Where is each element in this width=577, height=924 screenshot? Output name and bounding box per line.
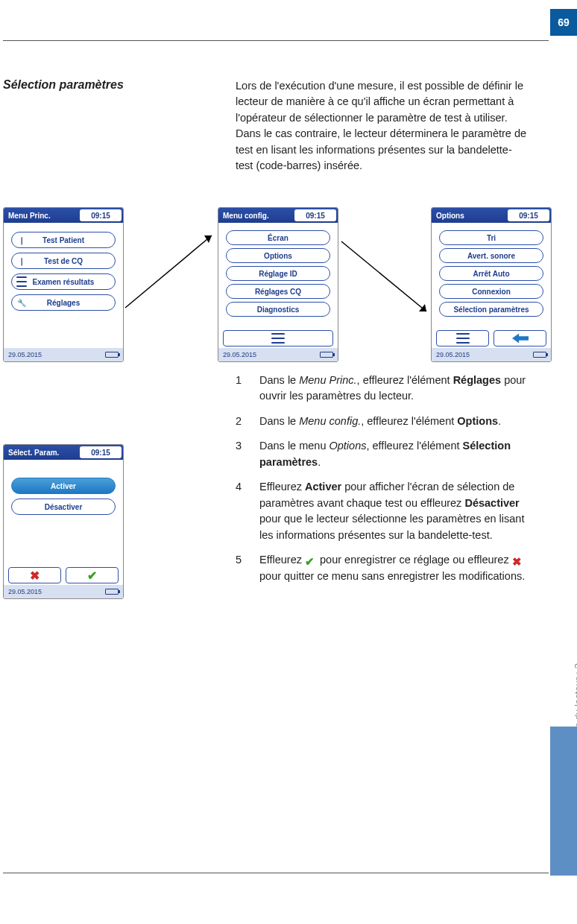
menu-item-avert-sonore[interactable]: Avert. sonore [439,248,543,263]
option-label: Désactiver [45,503,83,511]
menu-item-selection-parametres[interactable]: Sélection paramètres [439,302,543,317]
screen-header: Menu config. 09:15 [218,208,338,223]
step-2: 2 Dans le Menu config., effleurez l'élém… [236,414,528,429]
top-divider [3,40,549,41]
arrow-main-to-config [124,230,218,311]
menu-item-label: Tri [487,234,496,242]
screen-time: 09:15 [508,209,549,221]
strip-icon: ❘ [16,256,27,266]
step-text: Dans le Menu Princ., effleurez l'élément… [259,373,528,405]
cancel-button[interactable]: ✖ [8,567,61,583]
screen-title: Sélect. Param. [4,449,59,457]
screen-options-menu: Options 09:15 Tri Avert. sonore Arrêt Au… [431,207,552,362]
page-number-tab: 69 [550,9,577,36]
page-number: 69 [558,16,570,28]
menu-item-label: Connexion [472,288,511,296]
menu-item-arret-auto[interactable]: Arrêt Auto [439,266,543,281]
menu-item-label: Réglage ID [259,270,297,278]
screen-time: 09:15 [294,209,336,221]
arrow-config-to-options [338,237,432,319]
step-number: 5 [236,552,259,584]
screen-title: Menu Princ. [4,212,51,220]
list-icon [271,333,285,344]
screenshots-row: Menu Princ. 09:15 ❘Test Patient ❘Test de… [3,207,549,371]
menu-item-label: Sélection paramètres [453,306,529,314]
screen-date: 29.05.2015 [8,588,42,595]
menu-item-label: Réglages CQ [255,288,301,296]
menu-item-label: Réglages [47,299,80,307]
screen-header: Menu Princ. 09:15 [4,208,123,223]
section-title: Sélection paramètres [3,78,124,92]
list-view-button[interactable] [223,330,333,346]
screen-header: Sélect. Param. 09:15 [4,445,123,460]
menu-item-label: Écran [268,234,288,242]
step-1: 1 Dans le Menu Princ., effleurez l'éléme… [236,373,528,405]
screen-header: Options 09:15 [432,208,551,223]
wrench-icon: 🔧 [16,297,27,308]
back-arrow-icon [512,333,529,344]
svg-marker-4 [512,334,529,344]
screen-config-menu: Menu config. 09:15 Écran Options Réglage… [218,207,338,362]
screen-footer: 29.05.2015 [432,348,551,361]
screen-date: 29.05.2015 [223,351,256,358]
screen-footer: 29.05.2015 [4,585,123,598]
step-text: Effleurez Activer pour afficher l'écran … [259,479,528,543]
screen-footer: 29.05.2015 [4,348,123,361]
menu-item-examen-resultats[interactable]: Examen résultats [11,273,116,290]
menu-item-reglages[interactable]: 🔧Réglages [11,294,116,311]
battery-icon [533,352,546,358]
option-activer[interactable]: Activer [11,478,116,494]
menu-item-options[interactable]: Options [226,248,330,263]
screen-time: 09:15 [80,446,122,458]
menu-item-label: Diagnostics [257,306,300,314]
option-desactiver[interactable]: Désactiver [11,499,116,515]
menu-item-label: Options [264,252,292,260]
steps-list: 1 Dans le Menu Princ., effleurez l'éléme… [236,373,528,593]
list-icon [456,333,470,344]
screen-footer: 29.05.2015 [218,348,338,361]
menu-item-test-cq[interactable]: ❘Test de CQ [11,253,116,269]
step-number: 4 [236,479,259,543]
check-icon: ✔ [87,569,97,583]
list-view-button[interactable] [436,330,489,346]
screen-select-param: Sélect. Param. 09:15 Activer Désactiver … [3,444,124,599]
svg-line-0 [125,235,212,308]
svg-line-2 [341,241,426,311]
svg-marker-3 [419,304,426,311]
menu-item-label: Test de CQ [44,257,83,265]
battery-icon [105,589,119,595]
step-number: 3 [236,438,259,470]
battery-icon [105,352,119,358]
menu-item-test-patient[interactable]: ❘Test Patient [11,232,116,248]
step-text: Effleurez ✔ pour enregistrer ce réglage … [259,552,528,584]
step-3: 3 Dans le menu Options, effleurez l'élém… [236,438,528,470]
step-number: 2 [236,414,259,429]
screen-date: 29.05.2015 [436,351,470,358]
side-color-tab [550,727,577,876]
menu-item-tri[interactable]: Tri [439,230,543,245]
confirm-button[interactable]: ✔ [66,567,119,583]
menu-item-ecran[interactable]: Écran [226,230,330,245]
battery-icon [320,352,333,358]
menu-item-label: Avert. sonore [467,252,515,260]
cross-icon: ✖ [30,569,40,583]
back-button[interactable] [494,330,546,346]
step-4: 4 Effleurez Activer pour afficher l'écra… [236,479,528,543]
step-text: Dans le Menu config., effleurez l'élémen… [259,414,528,429]
check-icon: ✔ [305,554,317,565]
step-5: 5 Effleurez ✔ pour enregistrer ce réglag… [236,552,528,584]
list-icon [16,276,27,287]
bottom-divider [3,873,549,873]
menu-item-connexion[interactable]: Connexion [439,284,543,299]
strip-icon: ❘ [16,235,27,245]
menu-item-diagnostics[interactable]: Diagnostics [226,302,330,317]
screen-time: 09:15 [80,209,122,221]
cross-icon: ✖ [512,554,524,565]
menu-item-reglages-cq[interactable]: Réglages CQ [226,284,330,299]
menu-item-reglage-id[interactable]: Réglage ID [226,266,330,281]
menu-item-label: Examen résultats [33,278,95,286]
screen-title: Menu config. [218,212,269,220]
option-label: Activer [51,482,76,490]
menu-item-label: Arrêt Auto [473,270,509,278]
step-number: 1 [236,373,259,405]
